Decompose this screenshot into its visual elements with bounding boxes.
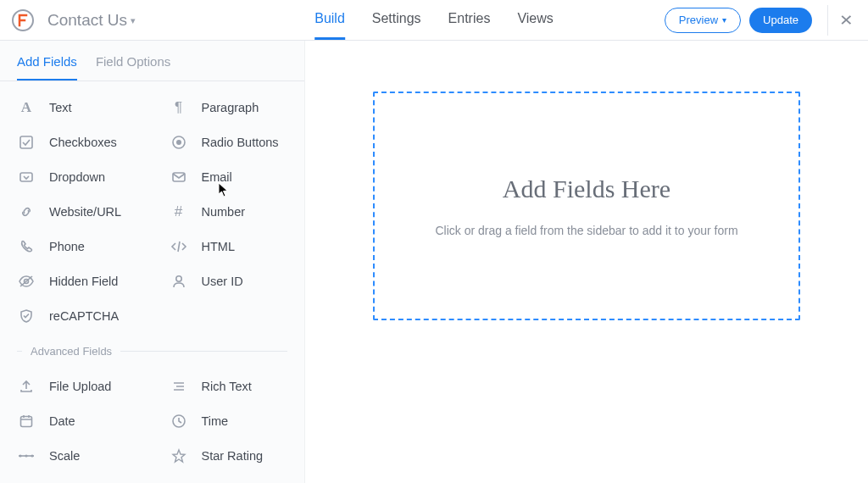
preview-label: Preview (679, 14, 718, 26)
field-label: reCAPTCHA (49, 309, 119, 323)
svg-rect-8 (21, 416, 32, 426)
field-label: Dropdown (49, 170, 105, 184)
email-icon (170, 168, 188, 186)
user-icon (170, 272, 188, 291)
field-checkboxes[interactable]: Checkboxes (0, 125, 153, 159)
scale-icon (17, 447, 36, 465)
svg-point-10 (19, 454, 21, 457)
phone-icon (17, 237, 36, 256)
preview-button[interactable]: Preview ▾ (665, 8, 741, 33)
field-label: Time (202, 414, 229, 428)
field-label: Phone (49, 240, 85, 253)
field-label: Scale (49, 449, 80, 463)
hash-icon: # (170, 203, 188, 221)
dropzone-title: Add Fields Here (503, 175, 670, 203)
star-icon (170, 447, 188, 465)
svg-point-3 (176, 140, 181, 145)
field-scale[interactable]: Scale (0, 438, 153, 473)
app-logo (10, 8, 36, 33)
field-label: Website/URL (49, 205, 121, 219)
paragraph-icon: ¶ (170, 98, 188, 117)
field-website[interactable]: Website/URL (0, 194, 153, 229)
field-html[interactable]: HTML (153, 229, 305, 264)
form-title-dropdown[interactable]: Contact Us ▾ (47, 11, 136, 30)
field-email[interactable]: Email (153, 159, 305, 194)
tab-settings[interactable]: Settings (372, 0, 421, 40)
field-label: User ID (202, 275, 243, 288)
checkbox-icon (17, 133, 36, 152)
field-hidden[interactable]: Hidden Field (0, 264, 153, 298)
link-icon (17, 203, 36, 221)
field-date[interactable]: Date (0, 403, 153, 438)
field-label: Hidden Field (49, 275, 118, 288)
field-dropdown[interactable]: Dropdown (0, 159, 153, 194)
field-radio[interactable]: Radio Buttons (153, 125, 305, 159)
field-label: HTML (202, 240, 235, 253)
sidebar-tab-add-fields[interactable]: Add Fields (17, 44, 77, 80)
field-label: Rich Text (202, 380, 252, 393)
field-label: Text (49, 101, 72, 114)
shield-icon (17, 307, 36, 325)
form-dropzone[interactable]: Add Fields Here Click or drag a field fr… (373, 92, 800, 320)
field-label: Number (202, 205, 246, 219)
field-label: Email (202, 170, 232, 184)
close-button[interactable]: ✕ (827, 5, 858, 36)
rich-text-icon (170, 377, 188, 396)
field-label: File Upload (49, 380, 111, 393)
sidebar-tab-field-options[interactable]: Field Options (96, 44, 170, 80)
tab-build[interactable]: Build (314, 0, 345, 40)
clock-icon (170, 412, 188, 430)
svg-point-11 (25, 454, 27, 457)
field-paragraph[interactable]: ¶ Paragraph (153, 90, 305, 125)
svg-point-12 (31, 454, 33, 457)
basic-fields-grid: A Text ¶ Paragraph Checkboxes Radio Butt… (0, 81, 304, 338)
field-phone[interactable]: Phone (0, 229, 153, 264)
form-canvas: Add Fields Here Click or drag a field fr… (305, 41, 868, 483)
field-label: Star Rating (202, 449, 264, 463)
svg-rect-1 (20, 136, 32, 148)
close-icon: ✕ (839, 13, 854, 28)
upload-icon (17, 377, 36, 396)
field-user-id[interactable]: User ID (153, 264, 305, 298)
field-file-upload[interactable]: File Upload (0, 369, 153, 403)
update-label: Update (763, 14, 798, 26)
advanced-section-header: Advanced Fields (0, 338, 304, 364)
dropzone-subtitle: Click or drag a field from the sidebar t… (435, 224, 737, 237)
chevron-down-icon: ▾ (722, 15, 726, 25)
svg-point-7 (175, 275, 181, 280)
svg-rect-4 (20, 173, 32, 181)
fields-sidebar: Add Fields Field Options A Text ¶ Paragr… (0, 41, 305, 483)
eye-off-icon (17, 272, 36, 291)
calendar-icon (17, 412, 36, 430)
field-label: Paragraph (202, 101, 259, 114)
text-icon: A (17, 98, 36, 117)
tab-views[interactable]: Views (517, 0, 553, 40)
advanced-section-label: Advanced Fields (31, 345, 112, 358)
code-icon (170, 237, 188, 256)
field-recaptcha[interactable]: reCAPTCHA (0, 298, 304, 333)
tab-entries[interactable]: Entries (448, 0, 491, 40)
field-label: Checkboxes (49, 136, 117, 149)
field-number[interactable]: # Number (153, 194, 305, 229)
field-rich-text[interactable]: Rich Text (153, 369, 305, 403)
field-text[interactable]: A Text (0, 90, 153, 125)
dropdown-icon (17, 168, 36, 186)
update-button[interactable]: Update (749, 8, 812, 33)
field-time[interactable]: Time (153, 403, 305, 438)
svg-rect-5 (173, 173, 185, 181)
field-label: Date (49, 414, 75, 428)
chevron-down-icon: ▾ (131, 15, 136, 26)
form-title-text: Contact Us (47, 11, 127, 30)
field-label: Radio Buttons (202, 136, 279, 149)
field-star-rating[interactable]: Star Rating (153, 438, 305, 473)
advanced-fields-grid: File Upload Rich Text Date Time (0, 364, 304, 478)
radio-icon (170, 133, 188, 152)
